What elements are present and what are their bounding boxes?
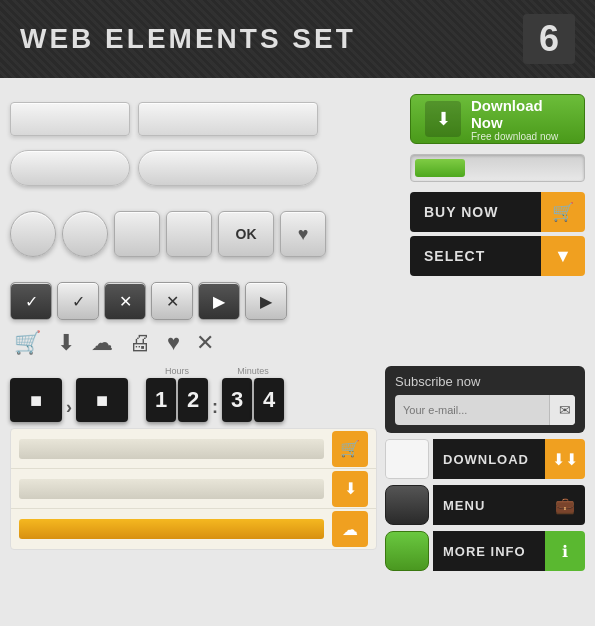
download-now-icon: ⬇ (425, 101, 461, 137)
x-button-dark-1[interactable]: ✕ (104, 282, 146, 320)
select-button[interactable]: SELECT ▼ (410, 236, 585, 276)
arrow-button-light-1[interactable]: ▶ (245, 282, 287, 320)
download-chevron-icon: ⬇⬇ (545, 439, 585, 479)
countdown-block-1: ■ (10, 378, 62, 422)
countdown-sep-2: : (212, 397, 218, 418)
right-panel: Subscribe now ✉ DOWNLOAD ⬇⬇ MENU 💼 (385, 366, 585, 571)
check-button-dark-1[interactable]: ✓ (10, 282, 52, 320)
briefcase-icon: 💼 (545, 485, 585, 525)
count-block-2-val: ■ (96, 389, 108, 412)
countdown-sep-1: › (66, 397, 72, 418)
select-label: SELECT (410, 236, 541, 276)
circle-button-2[interactable] (62, 211, 108, 257)
list-item-2: ⬇ (11, 469, 376, 509)
list-item-3: ☁ (11, 509, 376, 549)
circle-button-1[interactable] (10, 211, 56, 257)
subscribe-box: Subscribe now ✉ (385, 366, 585, 433)
menu-action-button[interactable]: MENU 💼 (385, 485, 585, 525)
minutes-label: Minutes (237, 366, 269, 376)
flat-button-2[interactable] (138, 102, 318, 136)
list-item-1: 🛒 (11, 429, 376, 469)
buy-now-button[interactable]: BUY NOW 🛒 (410, 192, 585, 232)
min-digit-1: 3 (222, 378, 252, 422)
download-now-main: Download Now (471, 97, 570, 131)
main-content: ⬇ Download Now Free download now OK ♥ BU… (0, 86, 595, 579)
download-now-button[interactable]: ⬇ Download Now Free download now (410, 94, 585, 144)
buy-now-label: BUY NOW (410, 192, 541, 232)
progress-bar-fill (415, 159, 465, 177)
min-digit-2: 4 (254, 378, 284, 422)
print-icon-row[interactable]: 🖨 (129, 330, 151, 356)
more-info-button-label: MORE INFO (433, 531, 545, 571)
minutes-digits: 3 4 (222, 378, 284, 422)
countdown-hours-group: Hours 1 2 (146, 366, 208, 422)
ok-button[interactable]: OK (218, 211, 274, 257)
flat-button-1[interactable] (10, 102, 130, 136)
subscribe-send-button[interactable]: ✉ (549, 395, 575, 425)
download-action-button[interactable]: DOWNLOAD ⬇⬇ (385, 439, 585, 479)
list-download-icon-2[interactable]: ⬇ (332, 471, 368, 507)
heart-button[interactable]: ♥ (280, 211, 326, 257)
dropdown-icon: ▼ (541, 236, 585, 276)
row-flat-buttons: ⬇ Download Now Free download now (10, 94, 585, 144)
list-cart-icon-1[interactable]: 🛒 (332, 431, 368, 467)
more-info-action-button[interactable]: MORE INFO ℹ (385, 531, 585, 571)
square-button-1[interactable] (114, 211, 160, 257)
info-icon: ℹ (545, 531, 585, 571)
cloud-icon-row[interactable]: ☁ (91, 330, 113, 356)
action-button-group: BUY NOW 🛒 SELECT ▼ (410, 192, 585, 276)
page-number: 6 (523, 14, 575, 64)
rounded-button-2[interactable] (138, 150, 318, 186)
square-button-2[interactable] (166, 211, 212, 257)
left-panel: ■ › ■ Hours 1 2 : Minutes (10, 366, 377, 571)
countdown-block-2: ■ (76, 378, 128, 422)
subscribe-title: Subscribe now (395, 374, 575, 389)
hours-digits: 1 2 (146, 378, 208, 422)
hours-label: Hours (165, 366, 189, 376)
download-icon-row[interactable]: ⬇ (57, 330, 75, 356)
cart-icon-row[interactable]: 🛒 (14, 330, 41, 356)
rounded-button-1[interactable] (10, 150, 130, 186)
list-bar-2 (19, 479, 324, 499)
list-bar-1 (19, 439, 324, 459)
list-panel: 🛒 ⬇ ☁ (10, 428, 377, 550)
download-now-sub: Free download now (471, 131, 570, 142)
email-input[interactable] (395, 404, 549, 416)
list-cloud-icon-3[interactable]: ☁ (332, 511, 368, 547)
countdown-minutes-group: Minutes 3 4 (222, 366, 284, 422)
menu-preview (385, 485, 429, 525)
row-shape-buttons: OK ♥ BUY NOW 🛒 SELECT ▼ (10, 192, 585, 276)
count-block-1-val: ■ (30, 389, 42, 412)
countdown-timer: ■ › ■ Hours 1 2 : Minutes (10, 366, 377, 422)
download-button-label: DOWNLOAD (433, 439, 545, 479)
progress-bar-container (410, 154, 585, 182)
header: WEB ELEMENTS SET 6 (0, 0, 595, 78)
row-rounded-buttons (10, 150, 585, 186)
close-icon-row[interactable]: ✕ (196, 330, 214, 356)
hour-digit-1: 1 (146, 378, 176, 422)
download-preview (385, 439, 429, 479)
row-icons: 🛒 ⬇ ☁ 🖨 ♥ ✕ (10, 326, 585, 360)
list-bar-3 (19, 519, 324, 539)
bottom-section: ■ › ■ Hours 1 2 : Minutes (10, 366, 585, 571)
hour-digit-2: 2 (178, 378, 208, 422)
heart-icon-row[interactable]: ♥ (167, 330, 180, 356)
page-title: WEB ELEMENTS SET (20, 23, 356, 55)
download-now-text: Download Now Free download now (471, 97, 570, 142)
row-small-buttons: ✓ ✓ ✕ ✕ ▶ ▶ (10, 282, 585, 320)
menu-button-label: MENU (433, 485, 545, 525)
x-button-light-1[interactable]: ✕ (151, 282, 193, 320)
subscribe-input-row: ✉ (395, 395, 575, 425)
cart-icon: 🛒 (541, 192, 585, 232)
more-info-preview (385, 531, 429, 571)
check-button-light-1[interactable]: ✓ (57, 282, 99, 320)
arrow-button-dark-1[interactable]: ▶ (198, 282, 240, 320)
